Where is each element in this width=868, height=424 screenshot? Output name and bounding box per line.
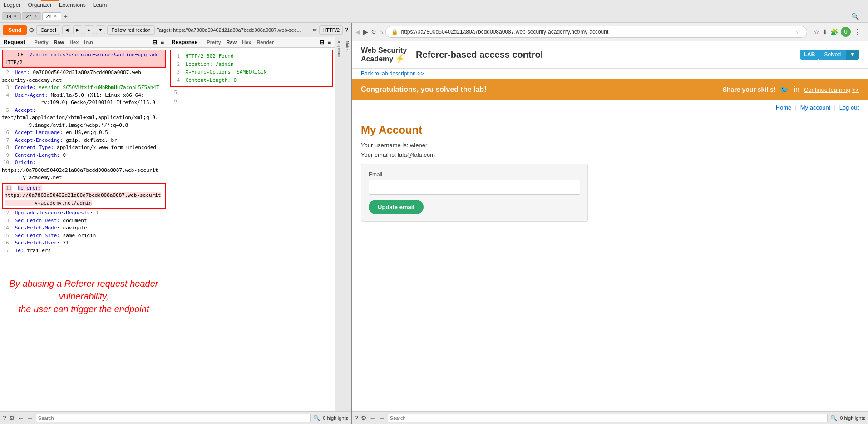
req-tab-raw[interactable]: Raw bbox=[52, 39, 66, 45]
res-options-icon[interactable]: ≡ bbox=[328, 39, 331, 45]
search-icon-left[interactable]: 🔍 bbox=[313, 415, 320, 421]
req-line-10: 10 Origin: https://0a7800d50402d21a80a7b… bbox=[2, 159, 166, 182]
res-line-4: 4 Content-Length: 0 bbox=[173, 76, 330, 85]
bottom-bar-left: ? ⚙ ← → 🔍 0 highlights bbox=[0, 411, 351, 424]
http-version-toggle[interactable]: ? bbox=[345, 26, 348, 34]
nav-back-button[interactable]: ◀ bbox=[62, 25, 71, 34]
profile-avatar[interactable]: U bbox=[841, 27, 851, 37]
browser-back-button[interactable]: ◀ bbox=[355, 28, 360, 35]
req-first-line-box: GET /admin-roles?username=wiener&action=… bbox=[2, 50, 166, 68]
req-line-13: 13 Sec-Fetch-Dest: document bbox=[2, 217, 166, 225]
nav-log-out[interactable]: Log out bbox=[839, 104, 859, 111]
my-account-page: My Account Your username is: wiener Your… bbox=[352, 115, 868, 231]
res-tab-render[interactable]: Render bbox=[255, 39, 276, 45]
menu-icon[interactable]: ⋮ bbox=[853, 28, 861, 36]
settings-icon[interactable]: ⚙ bbox=[29, 26, 35, 34]
back-to-lab-link[interactable]: Back to lab description >> bbox=[361, 70, 424, 77]
share-area: Share your skills! 🐦 in Continue learnin… bbox=[723, 85, 859, 94]
menu-logger[interactable]: Logger bbox=[4, 2, 20, 8]
bottom-left-settings-icon[interactable]: ⚙ bbox=[9, 414, 15, 422]
browser-home-button[interactable]: ⌂ bbox=[379, 28, 383, 35]
twitter-icon[interactable]: 🐦 bbox=[780, 85, 789, 94]
menu-organizer[interactable]: Organizer bbox=[28, 2, 52, 8]
notes-label[interactable]: Notes bbox=[344, 37, 350, 55]
annotation-line2: the user can trigger the endpoint bbox=[6, 303, 161, 315]
bottom-left-help-icon[interactable]: ? bbox=[3, 414, 6, 422]
menu-learn[interactable]: Learn bbox=[93, 2, 107, 8]
req-toggle-icon[interactable]: ⊟ bbox=[153, 39, 157, 45]
req-options-icon[interactable]: ≡ bbox=[161, 39, 164, 45]
req-line-17: 17 Te: trailers bbox=[2, 247, 166, 255]
bottom-right-settings-icon[interactable]: ⚙ bbox=[361, 414, 367, 422]
tab-14-close[interactable]: ✕ bbox=[13, 14, 17, 19]
bottom-left-forward-icon[interactable]: → bbox=[27, 414, 33, 422]
solved-dropdown[interactable]: ▼ bbox=[846, 50, 859, 60]
res-line-3: 3 X-Frame-Options: SAMEORIGIN bbox=[173, 68, 330, 76]
bottom-right-help-icon[interactable]: ? bbox=[355, 414, 358, 422]
req-tab-pretty[interactable]: Pretty bbox=[32, 39, 50, 45]
inspector-label[interactable]: Inspector bbox=[336, 37, 342, 61]
cancel-button[interactable]: Cancel bbox=[36, 25, 60, 35]
req-line-11: 11 Referer: https://0a7800d50402d21a80a7… bbox=[5, 185, 161, 206]
menu-extensions[interactable]: Extensions bbox=[59, 2, 86, 8]
bottom-right-back-icon[interactable]: ← bbox=[370, 414, 376, 422]
extensions-icon[interactable]: 🧩 bbox=[830, 28, 838, 35]
solved-label: Solved bbox=[819, 50, 846, 60]
wsa-logo-row: Academy ⚡ bbox=[361, 55, 407, 64]
edit-icon[interactable]: ✏ bbox=[313, 27, 317, 33]
browser-reload-button[interactable]: ↻ bbox=[371, 28, 376, 35]
res-tab-raw[interactable]: Raw bbox=[225, 39, 239, 45]
update-email-button[interactable]: Update email bbox=[369, 200, 424, 214]
url-bar[interactable]: 🔒 https://0a7800d50402d21a80a7bcdd008a00… bbox=[385, 26, 807, 38]
continue-link[interactable]: Continue learning >> bbox=[804, 86, 859, 93]
res-tab-pretty[interactable]: Pretty bbox=[205, 39, 222, 45]
bookmark-icon[interactable]: ☆ bbox=[795, 28, 801, 35]
nav-my-account[interactable]: My account bbox=[800, 104, 830, 111]
lab-title: Referer-based access control bbox=[416, 50, 791, 60]
tab-14[interactable]: 14 ✕ bbox=[2, 12, 21, 20]
bottom-right-forward-icon[interactable]: → bbox=[379, 414, 385, 422]
tab-27-close[interactable]: ✕ bbox=[34, 14, 37, 19]
browser-forward-button[interactable]: ▶ bbox=[363, 28, 368, 35]
req-line-3: 3 Cookie: session=SC5QVUtxifkuMbRbmHu7ac… bbox=[2, 84, 166, 92]
req-tab-ln[interactable]: In\n bbox=[82, 39, 95, 45]
res-line-6: 6 bbox=[170, 97, 333, 105]
req-line-6: 6 Accept-Language: en-US,en;q=0.5 bbox=[2, 129, 166, 137]
tab-search-icon[interactable]: 🔍 bbox=[851, 13, 859, 20]
nav-forward-button[interactable]: ▶ bbox=[73, 25, 82, 34]
res-toggle-icon[interactable]: ⊟ bbox=[320, 39, 324, 45]
search-input-right[interactable] bbox=[388, 414, 828, 422]
req-line-1: GET /admin-roles?username=wiener&action=… bbox=[5, 52, 159, 65]
search-input-left[interactable] bbox=[36, 414, 311, 422]
req-tab-hex[interactable]: Hex bbox=[68, 39, 80, 45]
follow-redirection-button[interactable]: Follow redirection bbox=[107, 25, 154, 35]
req-line-12: 12 Upgrade-Insecure-Requests: 1 bbox=[2, 210, 166, 217]
req-line-4: 4 User-Agent: Mozilla/5.0 (X11; Linux x8… bbox=[2, 92, 166, 107]
tab-add[interactable]: + bbox=[62, 13, 69, 20]
http-version: HTTP/2 bbox=[319, 25, 343, 35]
send-button[interactable]: Send bbox=[3, 25, 27, 35]
req-line-15: 15 Sec-Fetch-Site: same-origin bbox=[2, 232, 166, 240]
browser-extras: ☆ ⬇ 🧩 U ⋮ bbox=[810, 27, 864, 37]
search-icon-right[interactable]: 🔍 bbox=[830, 415, 837, 421]
res-tab-hex[interactable]: Hex bbox=[240, 39, 253, 45]
nav-home[interactable]: Home bbox=[776, 104, 792, 111]
wsa-logo-text-2: Academy bbox=[361, 55, 393, 63]
tab-27[interactable]: 27 ✕ bbox=[22, 12, 41, 20]
nav-up-button[interactable]: ▲ bbox=[84, 25, 94, 34]
download-icon[interactable]: ⬇ bbox=[822, 28, 828, 35]
email-input[interactable] bbox=[369, 180, 580, 195]
tab-28-close[interactable]: ✕ bbox=[54, 14, 57, 19]
success-message: Congratulations, you solved the lab! bbox=[361, 85, 486, 94]
bookmarks-icon[interactable]: ☆ bbox=[814, 28, 819, 35]
nav-down-button[interactable]: ▼ bbox=[96, 25, 106, 34]
browser-content: Web Security Academy ⚡ Referer-based acc… bbox=[352, 41, 868, 411]
linkedin-icon[interactable]: in bbox=[794, 85, 799, 94]
tab-options-icon[interactable]: ⋮ bbox=[860, 13, 866, 20]
request-header: Request Pretty Raw Hex In\n ⊟ ≡ bbox=[0, 37, 168, 48]
bottom-left-back-icon[interactable]: ← bbox=[18, 414, 24, 422]
request-panel: Request Pretty Raw Hex In\n ⊟ ≡ bbox=[0, 37, 168, 411]
tab-28[interactable]: 28 ✕ bbox=[42, 12, 61, 20]
request-tabs: Pretty Raw Hex In\n bbox=[32, 39, 95, 45]
tab-28-label: 28 bbox=[46, 14, 52, 19]
